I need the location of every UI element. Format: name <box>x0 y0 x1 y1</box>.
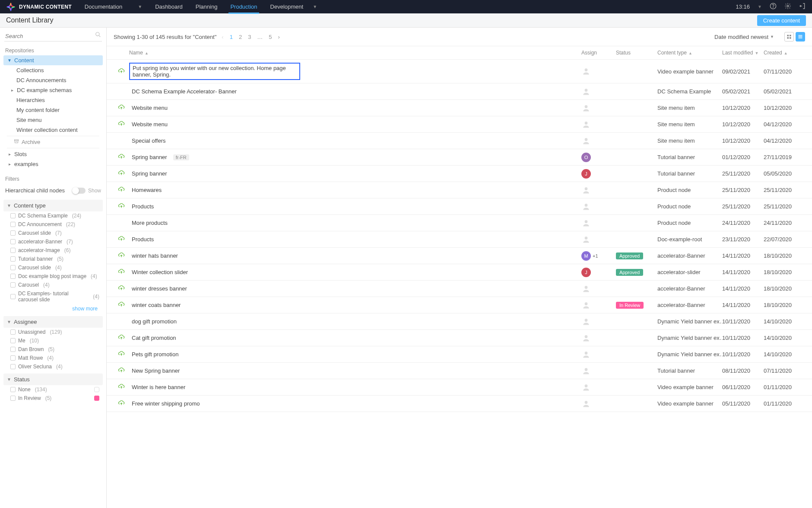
col-type[interactable]: Content type▲ <box>657 50 722 56</box>
show-more-link[interactable]: show more <box>72 306 98 312</box>
repo-examples[interactable]: ▸examples <box>3 159 103 169</box>
clock[interactable]: 13:16 <box>736 3 750 10</box>
assignee-avatar[interactable]: J <box>581 169 591 179</box>
nav-dashboard[interactable]: Dashboard <box>153 0 184 13</box>
table-row[interactable]: HomewaresProduct node25/11/202025/11/202… <box>107 182 812 198</box>
unassigned-icon[interactable] <box>581 103 591 113</box>
filter-content-type-item[interactable]: Tutorial banner(5) <box>3 255 103 263</box>
table-row[interactable]: Winter collection sliderJApprovedacceler… <box>107 264 812 281</box>
nav-development[interactable]: Development▼ <box>269 0 319 13</box>
unassigned-icon[interactable] <box>581 202 591 211</box>
content-name[interactable]: Put spring into you winter with our new … <box>129 63 300 80</box>
list-view-button[interactable] <box>796 32 805 42</box>
page-5[interactable]: 5 <box>269 34 272 40</box>
unassigned-icon[interactable] <box>581 399 591 409</box>
assignee-avatar[interactable]: M <box>581 251 591 261</box>
table-row[interactable]: More productsProduct node24/11/202024/11… <box>107 215 812 231</box>
col-created[interactable]: Created▲ <box>764 50 805 56</box>
unassigned-icon[interactable] <box>581 120 591 129</box>
table-row[interactable]: ProductsDoc-example-root23/11/202022/07/… <box>107 231 812 248</box>
unassigned-icon[interactable] <box>581 333 591 343</box>
search-icon[interactable] <box>95 32 101 39</box>
col-name[interactable]: Name▲ <box>129 50 581 56</box>
brand-logo[interactable]: DYNAMIC CONTENT <box>6 2 72 12</box>
nav-planning[interactable]: Planning <box>194 0 219 13</box>
create-content-button[interactable]: Create content <box>757 15 806 26</box>
logout-icon[interactable] <box>799 3 806 11</box>
search-input[interactable] <box>4 31 102 42</box>
archive-row[interactable]: Archive <box>7 136 99 148</box>
unassigned-icon[interactable] <box>581 67 591 76</box>
table-row[interactable]: Special offersSite menu item10/12/202004… <box>107 133 812 149</box>
folder-hierarchies[interactable]: Hierarchies <box>16 95 103 105</box>
filter-content-type-item[interactable]: DC Schema Example(24) <box>3 211 103 220</box>
filter-content-type-item[interactable]: accelerator-Banner(7) <box>3 237 103 246</box>
table-row[interactable]: New Spring bannerTutorial banner08/11/20… <box>107 363 812 379</box>
folder-winter[interactable]: Winter collection content <box>16 125 103 135</box>
table-row[interactable]: winter dresses banneraccelerator-Banner1… <box>107 281 812 297</box>
filter-content-type-item[interactable]: Carousel slide(7) <box>3 229 103 237</box>
assignee-avatar[interactable]: O <box>581 153 591 162</box>
table-row[interactable]: winter coats bannerIn Reviewaccelerator-… <box>107 297 812 313</box>
repo-content[interactable]: ▼Content <box>3 55 103 65</box>
filter-content-type-item[interactable]: Carousel(4) <box>3 281 103 289</box>
folder-schemas[interactable]: ▸DC example schemas <box>9 85 103 95</box>
filter-assignee-item[interactable]: Me(10) <box>3 336 103 345</box>
gear-icon[interactable] <box>784 3 791 11</box>
nav-production[interactable]: Production <box>228 0 259 13</box>
unassigned-icon[interactable] <box>581 350 591 359</box>
help-icon[interactable] <box>770 3 777 11</box>
folder-mycontent[interactable]: My content folder <box>16 105 103 115</box>
filter-content-type-item[interactable]: Carousel slide(4) <box>3 263 103 272</box>
hierarchical-toggle[interactable] <box>73 188 86 194</box>
filter-content-type-item[interactable]: accelerator-Image(6) <box>3 246 103 255</box>
folder-collections[interactable]: Collections <box>16 65 103 75</box>
page-1[interactable]: 1 <box>230 34 233 40</box>
unassigned-icon[interactable] <box>581 383 591 392</box>
page-3[interactable]: 3 <box>248 34 251 40</box>
col-assign[interactable]: Assign <box>581 50 616 56</box>
filter-assignee-item[interactable]: Oliver Secluna(4) <box>3 362 103 371</box>
table-row[interactable]: Website menuSite menu item10/12/202004/1… <box>107 116 812 133</box>
unassigned-icon[interactable] <box>581 87 591 96</box>
unassigned-icon[interactable] <box>581 317 591 326</box>
filter-assignee-item[interactable]: Unassigned(129) <box>3 328 103 336</box>
table-row[interactable]: Free winter shipping promoVideo example … <box>107 396 812 412</box>
filter-content-type-item[interactable]: DC Examples- tutorial carousel slide(4) <box>3 289 103 304</box>
table-row[interactable]: Winter is here bannerVideo example banne… <box>107 379 812 396</box>
nav-documentation[interactable]: Documentation▼ <box>83 0 144 13</box>
table-row[interactable]: Cat gift promotionDynamic Yield banner e… <box>107 330 812 346</box>
table-row[interactable]: winter hats bannerM+1Approvedaccelerator… <box>107 248 812 264</box>
filter-assignee-item[interactable]: Dan Brown(5) <box>3 345 103 354</box>
table-row[interactable]: dog gift promotionDynamic Yield banner e… <box>107 313 812 330</box>
sort-dropdown[interactable]: Date modified newest▼ <box>714 34 774 40</box>
filter-status-header[interactable]: ▼Status <box>3 374 103 385</box>
table-row[interactable]: Spring bannerJTutorial banner25/11/20200… <box>107 166 812 182</box>
table-row[interactable]: Website menuSite menu item10/12/202010/1… <box>107 100 812 116</box>
filter-assignee-item[interactable]: Matt Rowe(4) <box>3 354 103 362</box>
filter-content-type-header[interactable]: ▼Content type <box>3 200 103 211</box>
table-row[interactable]: Spring bannerfr-FROTutorial banner01/12/… <box>107 149 812 166</box>
table-row[interactable]: DC Schema Example Accelerator- BannerDC … <box>107 83 812 100</box>
filter-assignee-header[interactable]: ▼Assignee <box>3 316 103 328</box>
unassigned-icon[interactable] <box>581 185 591 195</box>
filter-status-item[interactable]: In Review(5) <box>3 394 103 403</box>
page-prev[interactable]: ‹ <box>222 34 223 40</box>
unassigned-icon[interactable] <box>581 366 591 376</box>
chevron-down-icon[interactable]: ▼ <box>758 4 762 9</box>
table-row[interactable]: ProductsProduct node25/11/202025/11/2020 <box>107 198 812 215</box>
unassigned-icon[interactable] <box>581 284 591 294</box>
grid-view-button[interactable] <box>784 32 794 42</box>
unassigned-icon[interactable] <box>581 300 591 310</box>
unassigned-icon[interactable] <box>581 136 591 146</box>
table-row[interactable]: Put spring into you winter with our new … <box>107 60 812 83</box>
filter-content-type-item[interactable]: Doc example blog post image(4) <box>3 272 103 281</box>
folder-announcements[interactable]: DC Announcements <box>16 75 103 85</box>
repo-slots[interactable]: ▸Slots <box>3 149 103 159</box>
filter-content-type-item[interactable]: DC Announcement(22) <box>3 220 103 229</box>
table-row[interactable]: Pets gift promotionDynamic Yield banner … <box>107 346 812 363</box>
folder-sitemenu[interactable]: Site menu <box>16 115 103 125</box>
page-2[interactable]: 2 <box>239 34 242 40</box>
unassigned-icon[interactable] <box>581 235 591 244</box>
assignee-avatar[interactable]: J <box>581 268 591 277</box>
